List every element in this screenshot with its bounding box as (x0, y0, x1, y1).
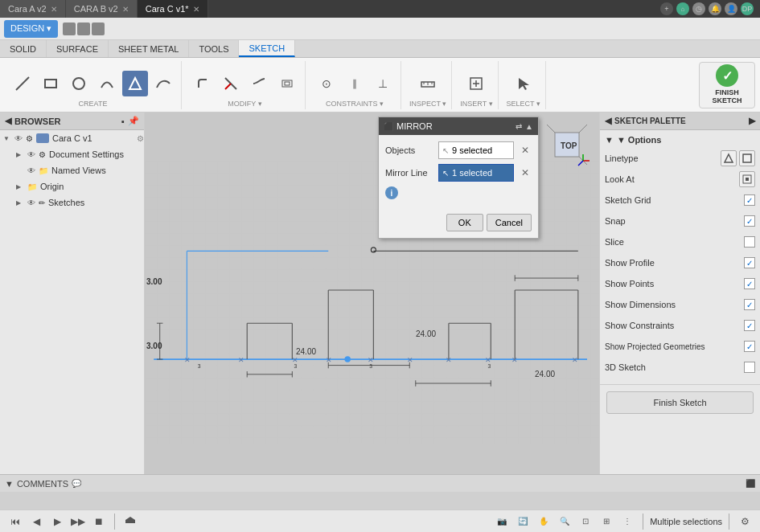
ok-button[interactable]: OK (446, 214, 483, 231)
constraint-tools: ⊙ ∥ ⊥ (314, 71, 396, 96)
palette-expand[interactable]: ▶ (749, 116, 755, 126)
select-button[interactable] (511, 71, 536, 96)
dialog-expand-btn[interactable]: ⇄ (516, 122, 522, 131)
svg-text:✕: ✕ (511, 356, 518, 364)
arc-tool-button[interactable] (94, 71, 120, 96)
comments-expand[interactable]: ⬛ (746, 479, 755, 488)
tab-cara-c[interactable]: Cara C v1* ✕ (138, 0, 208, 18)
show-constraints-checkbox[interactable]: ✓ (744, 320, 755, 331)
prev-frame-button[interactable]: ◀ (27, 513, 45, 530)
camera-button[interactable]: 📷 (493, 513, 511, 530)
extend-button[interactable] (246, 71, 272, 96)
tab-sketch[interactable]: SKETCH (239, 40, 295, 57)
dim-2400-middle: 24.00 (416, 329, 436, 338)
save-icon[interactable] (92, 23, 105, 35)
svg-text:✕: ✕ (292, 356, 298, 364)
comments-toggle[interactable]: ▼ (5, 479, 14, 489)
tab-close-cara-b[interactable]: ✕ (122, 5, 129, 14)
spline-tool-button[interactable] (150, 71, 176, 96)
objects-field[interactable]: ↖ 9 selected (438, 141, 514, 159)
show-dimensions-checkbox[interactable]: ✓ (744, 299, 755, 310)
next-frame-button[interactable]: ▶▶ (69, 513, 87, 530)
plus-icon[interactable]: + (660, 2, 673, 15)
play-button[interactable]: ▶ (48, 513, 66, 530)
pan-button[interactable]: ✋ (535, 513, 553, 530)
tab-close-cara-a[interactable]: ✕ (51, 5, 57, 14)
show-projected-checkbox[interactable]: ✓ (744, 341, 755, 352)
browser-collapse[interactable]: ▪ (121, 117, 125, 126)
design-button[interactable]: DESIGN ▾ (4, 20, 58, 38)
show-profile-checkbox[interactable]: ✓ (744, 257, 755, 268)
settings-gear-button[interactable]: ⚙ (736, 513, 754, 530)
orbit-button[interactable]: 🔄 (514, 513, 532, 530)
tab-close-cara-c[interactable]: ✕ (193, 5, 199, 14)
canvas-area[interactable]: ✕ ✕ ✕ ✕ ✕ ✕ ✕ ✕ ✕ ✕ 3 3 3 3 3.00 3.00 (145, 113, 599, 492)
eye-icon[interactable]: 👁 (14, 134, 23, 143)
3d-sketch-checkbox[interactable] (744, 362, 755, 373)
browser-pin[interactable]: 📌 (128, 116, 139, 126)
tree-item-sketches[interactable]: ▶ 👁 ✏ Sketches (0, 194, 144, 211)
tree-item-doc-settings[interactable]: ▶ 👁 ⚙ Document Settings (0, 146, 144, 162)
bell-icon[interactable]: 🔔 (709, 2, 721, 15)
grid-button[interactable]: ⊞ (598, 513, 615, 530)
nav-icon-button[interactable] (121, 513, 139, 530)
sketch-grid-checkbox[interactable]: ✓ (744, 194, 755, 206)
cancel-button[interactable]: Cancel (487, 214, 532, 231)
tab-tools[interactable]: TOOLS (189, 40, 239, 57)
tree-item-origin[interactable]: ▶ 📁 Origin (0, 178, 144, 194)
slice-checkbox[interactable] (744, 236, 755, 248)
comments-icon[interactable]: 💬 (72, 479, 81, 488)
info-row: i (385, 186, 532, 199)
collinear-button[interactable]: ∥ (342, 71, 368, 96)
mirror-line-clear-btn[interactable]: ✕ (519, 166, 532, 179)
tab-surface[interactable]: SURFACE (47, 40, 109, 57)
view-cube[interactable]: TOP (543, 121, 591, 169)
show-points-label: Show Points (605, 279, 654, 289)
fit-button[interactable]: ⊡ (577, 513, 594, 530)
look-at-btn[interactable] (739, 171, 755, 187)
finish-sketch-panel-button[interactable]: Finish Sketch (606, 391, 754, 414)
redo-icon[interactable] (77, 23, 90, 35)
coincident-button[interactable]: ⊙ (314, 71, 339, 96)
objects-clear-btn[interactable]: ✕ (519, 144, 532, 157)
mirror-line-field[interactable]: ↖ 1 selected (438, 164, 514, 182)
status-bar: ⏮ ◀ ▶ ▶▶ ⏹ 📷 🔄 ✋ 🔍 ⊡ ⊞ ⋮ Multiple select… (0, 509, 760, 532)
tree-arrow-origin: ▶ (16, 183, 24, 190)
tree-item-cara-c[interactable]: ▼ 👁 ⚙ Cara C v1 ⚙ (0, 130, 144, 146)
undo-icon[interactable] (63, 23, 76, 35)
home-icon[interactable]: ⌂ (676, 2, 689, 15)
insert-icon (468, 76, 484, 92)
tab-cara-b[interactable]: CARA B v2 ✕ (66, 0, 138, 18)
palette-toggle-left[interactable]: ◀ (605, 116, 611, 126)
display-button[interactable]: ⋮ (618, 513, 636, 530)
tab-solid[interactable]: SOLID (0, 40, 47, 57)
offset-button[interactable] (274, 71, 300, 96)
browser-toggle-left[interactable]: ◀ (5, 116, 11, 126)
rectangle-tool-button[interactable] (38, 71, 64, 96)
finish-sketch-button[interactable]: ✓ FINISH SKETCH (699, 62, 755, 108)
snap-checkbox[interactable]: ✓ (744, 215, 755, 227)
perpendicular-button[interactable]: ⊥ (370, 71, 396, 96)
trim-button[interactable] (218, 71, 244, 96)
insert-button[interactable] (463, 71, 489, 96)
circle-tool-button[interactable] (66, 71, 92, 96)
first-frame-button[interactable]: ⏮ (6, 513, 24, 530)
last-frame-button[interactable]: ⏹ (90, 513, 108, 530)
clock-icon[interactable]: ◷ (692, 2, 705, 15)
tree-item-named-views[interactable]: 👁 📁 Named Views (0, 162, 144, 178)
linetype-btn1[interactable] (721, 150, 737, 166)
fillet-button[interactable] (190, 71, 216, 96)
linetype-btn2[interactable] (739, 150, 755, 166)
person-icon[interactable]: 👤 (725, 2, 737, 15)
settings-icon[interactable]: ⚙ (137, 134, 144, 143)
select-icon (516, 76, 532, 92)
svg-text:3: 3 (198, 363, 201, 369)
tab-sheet-metal[interactable]: SHEET METAL (109, 40, 189, 57)
zoom-button[interactable]: 🔍 (556, 513, 573, 530)
line-tool-button[interactable] (10, 71, 35, 96)
dialog-collapse-btn[interactable]: ▲ (525, 122, 533, 131)
polygon-tool-button[interactable] (122, 71, 148, 96)
show-points-checkbox[interactable]: ✓ (744, 278, 755, 289)
tab-cara-a[interactable]: Cara A v2 ✕ (0, 0, 66, 18)
measure-button[interactable] (415, 71, 441, 96)
